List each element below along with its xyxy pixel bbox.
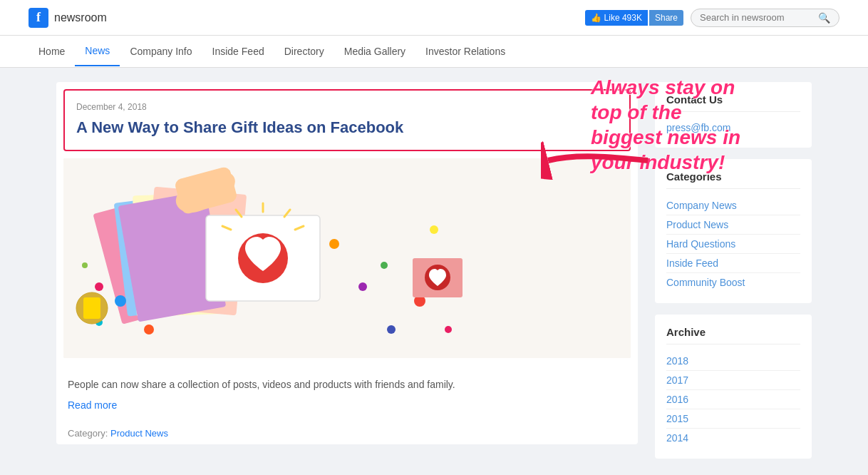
article-excerpt: People can now share a collection of pos… [68, 377, 626, 392]
category-hard-questions[interactable]: Hard Questions [666, 235, 800, 254]
article-area: December 4, 2018 A New Way to Share Gift… [56, 82, 638, 470]
svg-point-25 [387, 325, 396, 334]
main-nav: Home News Company Info Inside Feed Direc… [0, 36, 868, 68]
article-category: Category: Product News [56, 422, 638, 444]
site-name: newsroom [54, 11, 107, 24]
share-button[interactable]: Share [649, 10, 683, 26]
archive-2014[interactable]: 2014 [666, 429, 800, 447]
svg-point-26 [445, 326, 452, 333]
category-product-news[interactable]: Product News [666, 215, 800, 235]
archive-title: Archive [666, 326, 800, 344]
category-label: Category: [68, 428, 108, 439]
nav-inside-feed[interactable]: Inside Feed [202, 37, 274, 66]
site-header: f newsroom 👍 Like 493K Share 🔍 [0, 0, 868, 36]
category-link[interactable]: Product News [110, 428, 168, 439]
read-more-link[interactable]: Read more [68, 399, 117, 411]
nav-company-info[interactable]: Company Info [120, 37, 202, 66]
like-count: Like 493K [604, 13, 642, 23]
thumbs-up-icon: 👍 [591, 13, 601, 23]
nav-media-gallery[interactable]: Media Gallery [334, 37, 415, 66]
svg-point-18 [329, 239, 339, 249]
categories-section: Categories Company News Product News Har… [655, 159, 812, 303]
sidebar: Contact Us press@fb.com Categories Compa… [655, 82, 812, 470]
nav-directory[interactable]: Directory [274, 37, 334, 66]
like-button[interactable]: 👍 Like 493K [585, 10, 648, 26]
contact-title: Contact Us [666, 93, 800, 112]
category-company-news[interactable]: Company News [666, 196, 800, 215]
article-date: December 4, 2018 [76, 102, 618, 112]
contact-section: Contact Us press@fb.com [655, 82, 812, 148]
search-input[interactable] [700, 12, 814, 23]
svg-point-24 [144, 325, 154, 334]
article-body: People can now share a collection of pos… [56, 365, 638, 422]
nav-home[interactable]: Home [29, 37, 75, 66]
logo-area: f newsroom [29, 8, 107, 28]
facebook-logo: f [29, 8, 48, 28]
article-image [63, 158, 631, 358]
archive-section: Archive 2018 2017 2016 2015 2014 [655, 315, 812, 459]
archive-2015[interactable]: 2015 [666, 409, 800, 429]
contact-email: press@fb.com [666, 119, 800, 136]
nav-investor-relations[interactable]: Investor Relations [415, 37, 515, 66]
main-content: December 4, 2018 A New Way to Share Gift… [42, 68, 826, 475]
svg-point-19 [358, 282, 367, 291]
svg-point-27 [82, 262, 88, 268]
category-inside-feed[interactable]: Inside Feed [666, 254, 800, 273]
archive-2017[interactable]: 2017 [666, 371, 800, 390]
search-icon[interactable]: 🔍 [818, 12, 830, 24]
like-box: 👍 Like 493K Share [585, 10, 683, 26]
category-community-boost[interactable]: Community Boost [666, 273, 800, 292]
svg-point-20 [381, 262, 388, 269]
article-title: A New Way to Share Gift Ideas on Faceboo… [76, 118, 618, 138]
search-box: 🔍 [691, 9, 839, 27]
nav-news[interactable]: News [75, 36, 120, 66]
header-actions: 👍 Like 493K Share 🔍 [585, 9, 839, 27]
categories-title: Categories [666, 170, 800, 189]
archive-2016[interactable]: 2016 [666, 390, 800, 409]
archive-2018[interactable]: 2018 [666, 352, 800, 371]
svg-point-16 [95, 282, 103, 291]
article-card: December 4, 2018 A New Way to Share Gift… [56, 82, 638, 444]
svg-point-17 [115, 295, 126, 307]
article-header-box: December 4, 2018 A New Way to Share Gift… [63, 89, 631, 151]
gift-scene-svg [63, 158, 631, 358]
svg-point-22 [430, 225, 438, 234]
svg-rect-29 [83, 297, 100, 319]
